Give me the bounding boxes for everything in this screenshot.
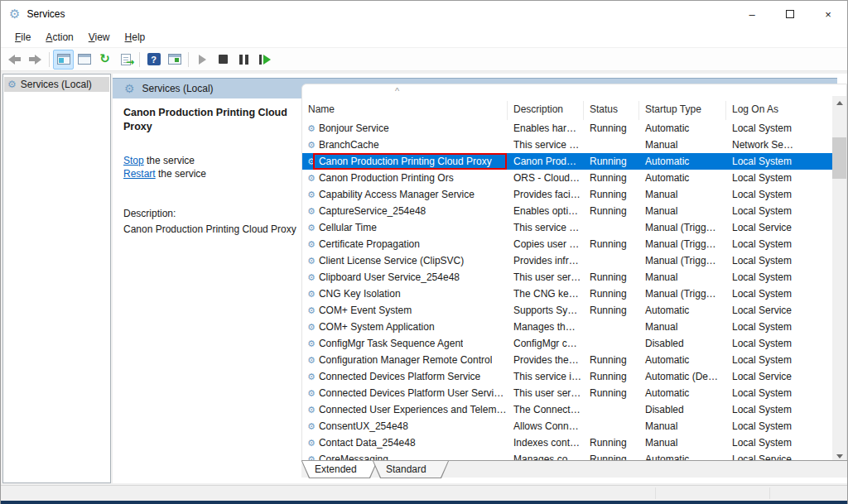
column-header-name[interactable]: Name (302, 101, 508, 120)
menu-view[interactable]: View (81, 29, 118, 46)
table-row[interactable]: ⚙Certificate PropagationCopies user …Run… (302, 236, 846, 252)
table-row[interactable]: ⚙Client License Service (ClipSVC)Provide… (302, 252, 846, 269)
service-logon-cell: Local System (726, 269, 834, 286)
scrollbar-thumb[interactable] (832, 137, 846, 179)
table-row[interactable]: ⚙Cellular TimeThis service …Manual (Trig… (302, 219, 846, 236)
menu-file[interactable]: File (7, 29, 38, 46)
stop-service-link[interactable]: Stop (123, 155, 144, 166)
menu-action[interactable]: Action (38, 29, 80, 46)
tree-item-services-local[interactable]: ⚙ Services (Local) (4, 77, 109, 92)
service-startup-cell: Manual (Trigg… (639, 252, 726, 269)
service-status-cell: Running (584, 434, 639, 451)
service-logon-cell: Local System (726, 385, 834, 401)
table-row[interactable]: ⚙Connected User Experiences and Telem…Th… (302, 401, 846, 418)
service-name-cell: ⚙ConfigMgr Task Sequence Agent (302, 335, 508, 352)
pane-header-gear-icon: ⚙ (124, 83, 135, 94)
table-row[interactable]: ⚙Capability Access Manager ServiceProvid… (302, 186, 846, 203)
service-logon-cell: Network Se… (726, 137, 834, 153)
properties-button[interactable] (74, 50, 94, 70)
play-icon (199, 55, 206, 65)
service-description-cell: Allows Conn… (508, 418, 584, 434)
scroll-up-button[interactable] (832, 96, 846, 110)
content-area: ⚙ Services (Local) ⚙ Services (Local) Ca… (1, 71, 847, 485)
table-row[interactable]: ⚙COM+ Event SystemSupports Sy…RunningAut… (302, 302, 846, 319)
service-logon-cell: Local System (726, 252, 834, 269)
start-service-button[interactable] (192, 50, 213, 70)
service-gear-icon: ⚙ (307, 306, 316, 315)
column-header-log-on-as[interactable]: Log On As (726, 101, 834, 120)
service-gear-icon: ⚙ (307, 406, 316, 415)
tab-standard-label: Standard (373, 461, 449, 475)
scroll-down-icon (836, 454, 843, 458)
table-row[interactable]: ⚙Clipboard User Service_254e48This user … (302, 269, 846, 286)
forward-button[interactable] (25, 50, 46, 70)
service-description-cell: The Connect… (508, 401, 584, 418)
service-description-cell: ConfigMgr c… (508, 335, 584, 352)
service-logon-cell: Local System (726, 153, 834, 170)
restart-service-button[interactable] (254, 50, 275, 70)
service-startup-cell: Disabled (639, 335, 726, 352)
column-header-status[interactable]: Status (584, 101, 639, 120)
stop-service-button[interactable] (213, 50, 234, 70)
service-status-cell (584, 418, 639, 434)
close-icon: × (825, 8, 831, 21)
vertical-scrollbar[interactable] (832, 96, 846, 463)
toolbar-separator (188, 52, 189, 67)
service-status-cell (584, 219, 639, 236)
service-status-cell: Running (584, 368, 639, 385)
table-row[interactable]: ⚙Contact Data_254e48Indexes cont…Running… (302, 434, 846, 451)
column-header-startup-type[interactable]: Startup Type (639, 101, 726, 120)
table-row[interactable]: ⚙BranchCacheThis service …ManualNetwork … (302, 137, 846, 153)
service-startup-cell: Automatic (639, 352, 726, 368)
table-row[interactable]: ⚙COM+ System ApplicationManages th…Manua… (302, 319, 846, 335)
tab-standard[interactable]: Standard (373, 461, 449, 478)
table-row[interactable]: ⚙Configuration Manager Remote ControlPro… (302, 352, 846, 368)
refresh-button[interactable]: ↻ (94, 50, 115, 70)
services-window: ⚙ Services – × FileActionViewHelp ↻ → (0, 0, 848, 504)
service-logon-cell: Local Service (726, 219, 834, 236)
service-name-cell: ⚙Capability Access Manager Service (302, 186, 508, 203)
service-name-cell: ⚙Certificate Propagation (302, 236, 508, 252)
list-header: ^ NameDescriptionStatusStartup TypeLog O… (302, 84, 846, 120)
table-row[interactable]: ⚙Connected Devices Platform User Servi…T… (302, 385, 846, 401)
column-header-description[interactable]: Description (508, 101, 584, 120)
service-startup-cell: Manual (639, 137, 726, 153)
back-button[interactable] (4, 50, 25, 70)
service-description-cell: Supports Sy… (508, 302, 584, 319)
table-row[interactable]: ⚙Connected Devices Platform ServiceThis … (302, 368, 846, 385)
table-row[interactable]: ⚙Canon Production Printing OrsORS - Clou… (302, 170, 846, 186)
export-list-button[interactable]: → (115, 50, 136, 70)
tree-item-label: Services (Local) (21, 79, 92, 90)
help-button[interactable]: ? (143, 50, 164, 70)
table-row[interactable]: ⚙Canon Production Printing Cloud ProxyCa… (302, 153, 846, 170)
menu-help[interactable]: Help (118, 29, 153, 46)
tab-extended[interactable]: Extended (301, 461, 378, 478)
stop-icon (219, 55, 228, 64)
tab-extended-label: Extended (301, 461, 378, 475)
services-node-icon: ⚙ (7, 79, 17, 89)
service-startup-cell: Manual (Trigg… (639, 286, 726, 302)
action-pane-icon (168, 54, 181, 65)
table-row[interactable]: ⚙CaptureService_254e48Enables opti…Runni… (302, 203, 846, 219)
show-console-tree-button[interactable] (53, 50, 74, 70)
description-label: Description: (123, 208, 297, 221)
restart-service-link[interactable]: Restart (123, 168, 156, 180)
service-gear-icon: ⚙ (307, 389, 316, 398)
service-status-cell: Running (584, 203, 639, 219)
service-gear-icon: ⚙ (307, 290, 316, 299)
service-status-cell (584, 335, 639, 352)
show-action-pane-button[interactable] (164, 50, 185, 70)
properties-icon (78, 54, 91, 65)
table-row[interactable]: ⚙CNG Key IsolationThe CNG ke…RunningManu… (302, 286, 846, 302)
service-status-cell: Running (584, 170, 639, 186)
console-tree-panel: ⚙ Services (Local) (2, 74, 111, 483)
table-row[interactable]: ⚙ConfigMgr Task Sequence AgentConfigMgr … (302, 335, 846, 352)
pause-service-button[interactable] (234, 50, 254, 70)
service-gear-icon: ⚙ (307, 207, 316, 216)
close-button[interactable]: × (809, 1, 847, 27)
minimize-button[interactable]: – (733, 1, 771, 27)
table-row[interactable]: ⚙ConsentUX_254e48Allows Conn…ManualLocal… (302, 418, 846, 434)
maximize-button[interactable] (771, 1, 809, 27)
service-startup-cell: Manual (639, 434, 726, 451)
table-row[interactable]: ⚙Bonjour ServiceEnables har…RunningAutom… (302, 120, 846, 137)
